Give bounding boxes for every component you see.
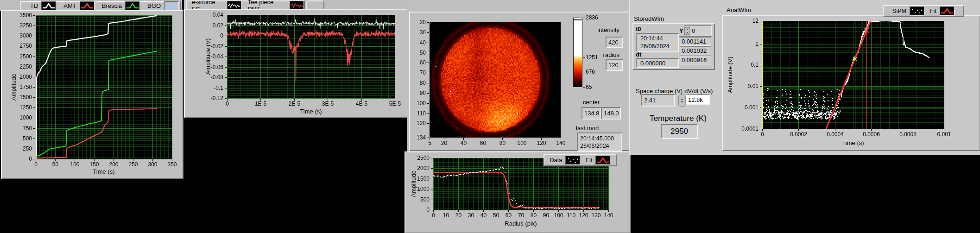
radial-profile-legend: DataFit xyxy=(544,154,617,166)
legend-item-td: TD xyxy=(30,1,56,11)
y-index-value[interactable]: 0 xyxy=(690,27,695,34)
lastmod-time: 20:14:45.000 xyxy=(580,135,614,142)
y-value-2: 0.000916 xyxy=(680,56,711,64)
legend-swatch-fit[interactable] xyxy=(940,6,955,16)
legend-label-data: Data xyxy=(550,157,562,164)
y-index-label: Y xyxy=(679,27,683,34)
legend-label-fit: Fit xyxy=(586,157,592,164)
temperature-label: Temperature (K) xyxy=(650,114,707,123)
legend-label-amt: AMT xyxy=(63,2,76,9)
legend-item-fit: Fit xyxy=(586,156,610,165)
dt-value: 0.000000 xyxy=(636,58,679,68)
legend-item-fit: Fit xyxy=(930,6,955,16)
t0-label: t0 xyxy=(636,25,641,32)
y-value-0: 0.001141 xyxy=(680,37,711,46)
intensity-label: intensity xyxy=(573,26,620,33)
legend-item-amt: AMT xyxy=(63,1,94,11)
dt-label: dt xyxy=(636,51,641,58)
temperature-value: 2950 xyxy=(661,124,698,139)
t0-value: 20:14:44 26/06/2024 xyxy=(636,33,679,52)
lastmod-date: 26/06/2024 xyxy=(580,142,614,150)
analwfm-plot-legend: SiPMFit xyxy=(883,5,964,17)
legend-swatch-brescia[interactable] xyxy=(125,1,140,11)
td-amt-brescia-bgo-graph xyxy=(2,11,181,176)
chart1-graph-panel xyxy=(1,10,183,179)
legend-swatch-sipm[interactable] xyxy=(910,6,924,16)
legend-swatch-e-source-fc[interactable] xyxy=(227,1,241,10)
dvdt-spinner[interactable]: ▲▼ xyxy=(678,94,686,107)
t0-date: 26/06/2024 xyxy=(640,43,670,50)
y-index-control[interactable]: ▲▼ 0 xyxy=(684,25,712,36)
dvdt-input[interactable]: 12.8k xyxy=(686,94,710,105)
storedwfm-title: StoredWfm xyxy=(634,15,664,22)
legend-label-td: TD xyxy=(30,2,38,9)
center-x-value: 134.8 xyxy=(582,107,601,120)
legend-swatch-data[interactable] xyxy=(565,156,580,165)
analwfm-title: AnalWfm xyxy=(727,6,751,13)
legend-swatch-bgo[interactable] xyxy=(164,1,179,11)
intensity-value: 420 xyxy=(606,37,623,48)
storedwfm-cluster: t0 20:14:44 26/06/2024 dt 0.000000 Y ▲▼ … xyxy=(632,23,715,70)
radius-label: radius xyxy=(573,51,620,58)
lastmod-label: last mod xyxy=(576,125,599,132)
chart1-plot-legend: TDAMTBresciaBGO xyxy=(20,1,181,11)
legend-item-bgo: BGO xyxy=(147,1,179,11)
space-charge-label: Space charge (V) xyxy=(636,88,683,94)
chart2-plot-legend: e-source FCTee piece PMT xyxy=(186,0,305,10)
right-column: StoredWfm t0 20:14:44 26/06/2024 dt 0.00… xyxy=(629,0,980,155)
dvdt-label: dV/dt (V/s) xyxy=(684,88,713,94)
y-value-1: 0.001032 xyxy=(680,46,711,55)
legend-swatch-fit[interactable] xyxy=(595,156,610,165)
legend-item-sipm: SiPM xyxy=(892,6,924,16)
center-y-value: 148.0 xyxy=(601,107,621,120)
legend-label-sipm: SiPM xyxy=(892,8,906,14)
front-panel: TDAMTBresciaBGO e-source FCTee piece PMT… xyxy=(0,0,980,233)
legend-item-brescia: Brescia xyxy=(102,1,140,11)
center-label: center xyxy=(575,99,607,106)
beam-image-panel: intensity 420 radius 120 center 134.8 14… xyxy=(409,12,630,151)
analwfm-graph-panel xyxy=(722,15,980,151)
legend-label-fit: Fit xyxy=(930,8,936,14)
legend-label-bgo: BGO xyxy=(147,2,161,9)
t0-time: 20:14:44 xyxy=(640,35,670,43)
chart2-graph-panel xyxy=(184,9,409,118)
legend-swatch-td[interactable] xyxy=(41,1,56,11)
esource-pmt-graph xyxy=(185,10,406,115)
radial-profile-panel: DataFit xyxy=(405,151,631,233)
radius-value: 120 xyxy=(606,59,623,71)
legend-item-data: Data xyxy=(550,156,580,165)
space-charge-value: 2.41 xyxy=(641,94,675,107)
lastmod-value: 20:14:45.000 26/06/2024 xyxy=(577,132,622,151)
legend-label-brescia: Brescia xyxy=(102,2,122,9)
legend-swatch-tee-piece-pmt[interactable] xyxy=(290,1,304,10)
legend-swatch-amt[interactable] xyxy=(80,1,95,11)
y-index-spinner[interactable]: ▲▼ xyxy=(684,27,690,35)
y-values-frame: 0.001141 0.001032 0.000916 xyxy=(679,36,712,67)
analwfm-graph[interactable] xyxy=(723,16,978,148)
